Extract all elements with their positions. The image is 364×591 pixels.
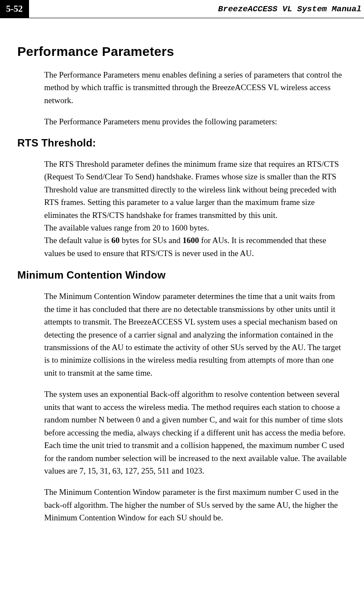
manual-title: BreezeACCESS VL System Manual [33,4,364,14]
text: The default value is [44,236,111,245]
paragraph: The Minimum Contention Window parameter … [44,290,347,379]
text: bytes for SUs and [120,236,182,245]
page-content: Performance Parameters The Performance P… [0,18,364,524]
text: The available values range from 20 to 16… [44,223,209,232]
paragraph: The system uses an exponential Back-off … [44,388,347,477]
paragraph: The Minimum Contention Window parameter … [44,486,347,524]
paragraph: The RTS Threshold parameter defines the … [44,158,347,260]
page-header: 5-52 BreezeACCESS VL System Manual [0,0,364,18]
heading-minimum-contention-window: Minimum Contention Window [17,269,347,281]
paragraph: The Performance Parameters menu enables … [44,68,347,107]
text: The RTS Threshold parameter defines the … [44,159,339,220]
bold-value: 60 [111,236,120,245]
heading-performance-parameters: Performance Parameters [17,44,347,59]
page-number: 5-52 [0,0,29,18]
heading-rts-threshold: RTS Threshold: [17,137,347,149]
paragraph: The Performance Parameters menu provides… [44,115,347,128]
bold-value: 1600 [182,236,199,245]
